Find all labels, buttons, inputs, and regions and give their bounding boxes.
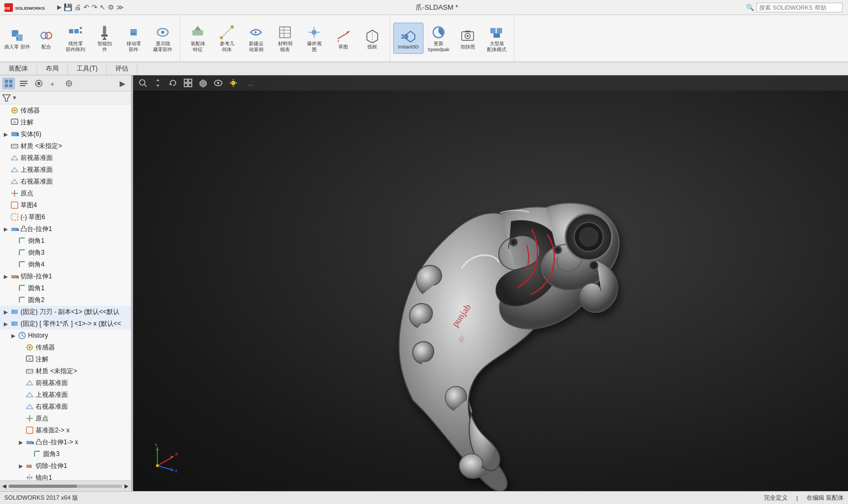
speedpak-btn[interactable]: 更新Speedpak: [425, 23, 453, 54]
panel-configmgr-btn[interactable]: [32, 78, 45, 89]
tree-item-history[interactable]: ▶ History: [0, 330, 131, 341]
tree-item-annotation[interactable]: A 注解: [0, 116, 131, 128]
tree-item-front-plane[interactable]: 前视基准面: [0, 152, 131, 164]
tab-evaluate[interactable]: 评估: [107, 62, 137, 75]
toggle-fixed-blade[interactable]: ▶: [2, 308, 10, 316]
options-btn[interactable]: ⚙: [108, 3, 114, 11]
toggle-boss1[interactable]: ▶: [2, 225, 10, 233]
tree-item-top-plane2[interactable]: 上视基准面: [0, 389, 131, 401]
sketch-view-btn[interactable]: 草图: [329, 23, 357, 54]
toggle-cut1[interactable]: ▶: [2, 272, 10, 280]
toggle-top2[interactable]: [17, 391, 25, 398]
select-btn[interactable]: ↖: [100, 3, 106, 11]
panel-more-btn[interactable]: ▶: [116, 78, 129, 89]
tree-item-cut2[interactable]: ▶ 切除-拉伸1: [0, 460, 131, 472]
toggle-chamfer1[interactable]: [10, 237, 17, 244]
tree-item-top-plane[interactable]: 上视基准面: [0, 164, 131, 176]
tree-item-datum2[interactable]: 基准面2-> x: [0, 424, 131, 436]
tree-item-mirror1[interactable]: 镜向1: [0, 472, 131, 480]
toggle-cut2[interactable]: ▶: [17, 462, 25, 470]
large-asm-btn[interactable]: 大型装配体模式: [483, 23, 511, 54]
tree-item-sketch6[interactable]: (-) 草图6: [0, 211, 131, 223]
toggle-front2[interactable]: [17, 379, 25, 387]
panel-splitter[interactable]: [131, 75, 133, 491]
undo-btn[interactable]: ↶: [84, 3, 89, 11]
toggle-sketch6[interactable]: [2, 213, 10, 221]
toolbar-btn[interactable]: ▶: [57, 4, 61, 11]
panel-displaymgr-btn[interactable]: [62, 78, 75, 89]
viewport[interactable]: …: [132, 75, 848, 491]
toggle-right-plane[interactable]: [2, 178, 10, 185]
linear-array-btn[interactable]: 线性零部件阵列: [61, 23, 89, 54]
panel-featuremgr-btn[interactable]: [2, 78, 15, 89]
toggle-mirror1[interactable]: [17, 474, 25, 480]
save-btn[interactable]: 💾: [64, 3, 72, 11]
tree-item-front-plane2[interactable]: 前视基准面: [0, 377, 131, 389]
toggle-right2[interactable]: [17, 403, 25, 410]
tree-item-right-plane[interactable]: 右视基准面: [0, 176, 131, 187]
toggle-boss2[interactable]: ▶: [17, 438, 25, 446]
mate-btn[interactable]: 配合: [32, 23, 60, 54]
wireframe-btn[interactable]: 线框: [358, 23, 386, 54]
tree-item-boss2[interactable]: ▶ 凸台-拉伸1-> x: [0, 436, 131, 448]
tree-item-material[interactable]: 材质 <未指定>: [0, 140, 131, 152]
toggle-origin[interactable]: [2, 190, 10, 197]
tab-layout[interactable]: 布局: [37, 62, 68, 75]
print-btn[interactable]: 🖨: [74, 3, 81, 11]
toggle-fixed-part[interactable]: ▶: [2, 320, 10, 327]
tree-item-solid[interactable]: ▶ 实体(6): [0, 128, 131, 140]
show-hide-btn[interactable]: 显示隐藏零部件: [149, 23, 177, 54]
tree-item-annotation2[interactable]: A 注解: [0, 353, 131, 365]
toggle-sensor[interactable]: [2, 107, 10, 114]
tree-item-material2[interactable]: 材质 <未指定>: [0, 365, 131, 377]
toggle-solid[interactable]: ▶: [2, 130, 10, 138]
tree-item-sensor2[interactable]: 传感器: [0, 341, 131, 353]
panel-dimxpert-btn[interactable]: +: [47, 78, 60, 89]
vp-lighting-btn[interactable]: [227, 77, 240, 89]
smart-fastener-btn[interactable]: 智能扣件: [91, 23, 119, 54]
tree-item-fillet2[interactable]: 圆角2: [0, 294, 131, 306]
motion-btn[interactable]: 新建运动算例: [242, 23, 270, 54]
horizontal-scrollbar[interactable]: ◀ ▶: [0, 480, 131, 491]
vp-display-style-btn[interactable]: [197, 77, 210, 89]
toggle-material[interactable]: [2, 142, 10, 150]
toggle-front-plane[interactable]: [2, 154, 10, 162]
toggle-fillet3[interactable]: [25, 450, 32, 458]
feature-tree[interactable]: 传感器 A 注解 ▶ 实体(6) 材质 <未指定>: [0, 104, 131, 480]
tree-item-chamfer1[interactable]: 倒角1: [0, 235, 131, 247]
tree-item-fillet3[interactable]: 圆角3: [0, 448, 131, 460]
tree-item-origin[interactable]: 原点: [0, 187, 131, 199]
search-input[interactable]: [756, 3, 843, 12]
vp-more-btn[interactable]: …: [244, 77, 257, 89]
panel-propertymanager-btn[interactable]: [17, 78, 30, 89]
tree-item-sketch4[interactable]: 草图4: [0, 199, 131, 211]
search-area[interactable]: 🔍: [746, 3, 848, 12]
tree-item-fixed-blade[interactable]: ▶ (固定) 刀刃 - 副本<1> (默认<<默认: [0, 306, 131, 318]
insert-part-btn[interactable]: + 插入零 部件: [3, 23, 31, 54]
toggle-history[interactable]: ▶: [10, 332, 17, 339]
vp-view-orientation-btn[interactable]: [182, 77, 194, 89]
vp-pan-btn[interactable]: [151, 77, 164, 89]
scroll-left-btn[interactable]: ◀: [2, 483, 6, 489]
tree-item-right-plane2[interactable]: 右视基准面: [0, 401, 131, 412]
tree-item-boss-extrude1[interactable]: ▶ 凸台-拉伸1: [0, 223, 131, 235]
toggle-fillet1[interactable]: [10, 284, 17, 292]
move-component-btn[interactable]: ↔ 移动零部件: [120, 23, 148, 54]
toggle-annotation2[interactable]: [17, 355, 25, 363]
toggle-chamfer4[interactable]: [10, 261, 17, 268]
ref-geometry-btn[interactable]: 参考几何体: [213, 23, 241, 54]
tab-assembly[interactable]: 装配体: [0, 62, 37, 75]
vp-zoom-btn[interactable]: [136, 77, 149, 89]
toggle-chamfer3[interactable]: [10, 249, 17, 256]
tree-item-chamfer3[interactable]: 倒角3: [0, 247, 131, 258]
tree-item-sensor[interactable]: 传感器: [0, 104, 131, 116]
tree-item-chamfer4[interactable]: 倒角4: [0, 258, 131, 270]
scroll-track[interactable]: [9, 485, 122, 488]
vp-rotate-btn[interactable]: [166, 77, 179, 89]
toggle-annotation[interactable]: [2, 118, 10, 126]
snapshot-btn[interactable]: 拍快照: [454, 23, 482, 54]
toggle-top-plane[interactable]: [2, 166, 10, 173]
scroll-right-btn[interactable]: ▶: [124, 483, 129, 489]
bom-btn[interactable]: 材料明细表: [271, 23, 299, 54]
instant3d-btn[interactable]: 3D Instant3D: [393, 23, 423, 54]
